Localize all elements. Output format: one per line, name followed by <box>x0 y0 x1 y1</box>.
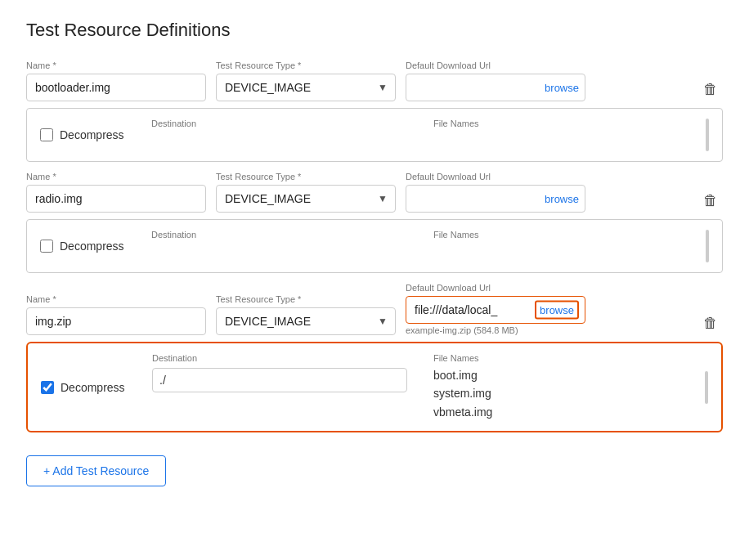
decompress-check-area-0: Decompress <box>40 119 138 151</box>
url-group-2: Default Download Url browse example-img.… <box>406 283 585 335</box>
delete-button-1[interactable]: 🗑 <box>698 187 723 214</box>
add-test-resource-button[interactable]: + Add Test Resource <box>26 455 166 486</box>
filenames-area-1: File Names <box>420 230 702 262</box>
decompress-row-2: Decompress Destination File Namesboot.im… <box>26 342 723 432</box>
resources-container: Name * Test Resource Type * DEVICE_IMAGE… <box>26 60 723 432</box>
url-sub-text-2: example-img.zip (584.8 MB) <box>406 325 585 335</box>
filenames-area-2: File Namesboot.imgsystem.imgvbmeta.img <box>420 353 702 421</box>
destination-area-2: Destination <box>139 353 420 421</box>
decompress-checkbox-2[interactable] <box>41 381 54 394</box>
type-label-1: Test Resource Type * <box>216 172 396 181</box>
destination-input-0[interactable] <box>151 133 407 146</box>
url-label-0: Default Download Url <box>406 60 585 70</box>
destination-label-1: Destination <box>151 230 407 240</box>
destination-label-0: Destination <box>151 119 407 128</box>
resource-section-2: Name * Test Resource Type * DEVICE_IMAGE… <box>26 283 723 432</box>
filenames-label-2: File Names <box>433 353 688 363</box>
resource-fields-0: Name * Test Resource Type * DEVICE_IMAGE… <box>26 60 698 101</box>
filenames-label-0: File Names <box>433 119 689 128</box>
resource-fields-2: Name * Test Resource Type * DEVICE_IMAGE… <box>26 283 698 335</box>
filenames-text-2: boot.imgsystem.imgvbmeta.img <box>433 366 688 421</box>
type-group-1: Test Resource Type * DEVICE_IMAGE ▼ <box>216 172 396 213</box>
resource-section-0: Name * Test Resource Type * DEVICE_IMAGE… <box>26 60 723 162</box>
decompress-label-1: Decompress <box>60 240 124 253</box>
decompress-checkbox-1[interactable] <box>40 240 53 253</box>
page-title: Test Resource Definitions <box>26 20 723 41</box>
browse-button-1[interactable]: browse <box>545 193 579 205</box>
browse-button-2[interactable]: browse <box>535 301 579 320</box>
destination-area-1: Destination <box>138 230 420 262</box>
filenames-area-0: File Names <box>420 119 702 151</box>
url-label-1: Default Download Url <box>406 172 585 181</box>
type-group-2: Test Resource Type * DEVICE_IMAGE ▼ <box>216 294 396 335</box>
url-group-0: Default Download Url browse <box>406 60 585 101</box>
name-group-0: Name * <box>26 60 206 101</box>
scroll-handle-2[interactable] <box>705 371 708 404</box>
browse-button-0[interactable]: browse <box>545 82 579 94</box>
scroll-handle-0[interactable] <box>706 119 709 151</box>
name-label-2: Name * <box>26 294 206 304</box>
resource-row-0: Name * Test Resource Type * DEVICE_IMAGE… <box>26 60 723 105</box>
decompress-check-area-2: Decompress <box>41 353 139 421</box>
resource-row-2: Name * Test Resource Type * DEVICE_IMAGE… <box>26 283 723 338</box>
name-group-2: Name * <box>26 294 206 335</box>
resource-row-1: Name * Test Resource Type * DEVICE_IMAGE… <box>26 172 723 216</box>
scroll-handle-1[interactable] <box>706 230 709 262</box>
type-select-wrapper-0: DEVICE_IMAGE ▼ <box>216 74 396 101</box>
destination-label-2: Destination <box>152 353 407 363</box>
url-group-1: Default Download Url browse <box>406 172 585 213</box>
type-select-0[interactable]: DEVICE_IMAGE <box>216 74 396 101</box>
delete-button-2[interactable]: 🗑 <box>698 310 723 337</box>
type-select-wrapper-2: DEVICE_IMAGE ▼ <box>216 307 396 335</box>
decompress-checkbox-0[interactable] <box>40 128 53 141</box>
destination-area-0: Destination <box>138 119 420 151</box>
name-input-1[interactable] <box>26 185 206 213</box>
name-input-0[interactable] <box>26 74 206 101</box>
name-group-1: Name * <box>26 172 206 213</box>
url-wrapper-1: browse <box>406 185 585 213</box>
url-wrapper-2: browse <box>406 296 585 324</box>
resource-fields-1: Name * Test Resource Type * DEVICE_IMAGE… <box>26 172 698 213</box>
type-select-1[interactable]: DEVICE_IMAGE <box>216 185 396 213</box>
name-label-0: Name * <box>26 60 206 70</box>
decompress-label-0: Decompress <box>60 128 124 141</box>
destination-input-2[interactable] <box>152 368 407 392</box>
type-group-0: Test Resource Type * DEVICE_IMAGE ▼ <box>216 60 396 101</box>
decompress-row-1: Decompress Destination File Names <box>26 219 723 273</box>
filenames-label-1: File Names <box>433 230 689 240</box>
type-select-wrapper-1: DEVICE_IMAGE ▼ <box>216 185 396 213</box>
name-input-2[interactable] <box>26 307 206 335</box>
url-label-2: Default Download Url <box>406 283 585 293</box>
type-label-0: Test Resource Type * <box>216 60 396 70</box>
delete-button-0[interactable]: 🗑 <box>698 76 723 103</box>
decompress-row-0: Decompress Destination File Names <box>26 108 723 162</box>
type-label-2: Test Resource Type * <box>216 294 396 304</box>
destination-input-1[interactable] <box>151 244 407 258</box>
name-label-1: Name * <box>26 172 206 181</box>
resource-section-1: Name * Test Resource Type * DEVICE_IMAGE… <box>26 172 723 273</box>
url-wrapper-0: browse <box>406 74 585 101</box>
type-select-2[interactable]: DEVICE_IMAGE <box>216 307 396 335</box>
decompress-check-area-1: Decompress <box>40 230 138 262</box>
decompress-label-2: Decompress <box>61 381 125 394</box>
